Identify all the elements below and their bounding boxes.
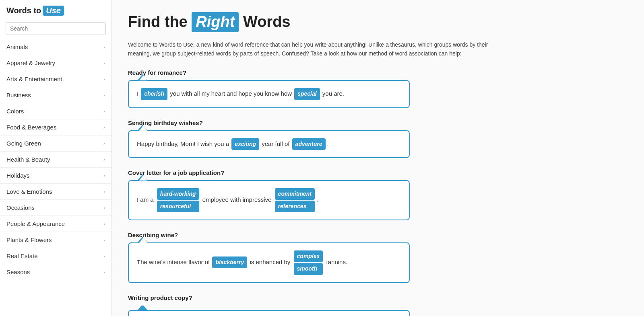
chevron-right-icon: › <box>103 205 105 211</box>
sidebar-item-label: Holidays <box>6 172 30 179</box>
sidebar-item-real-estate[interactable]: Real Estate› <box>0 248 111 264</box>
sidebar-item-love-emotions[interactable]: Love & Emotions› <box>0 184 111 200</box>
sidebar-item-animals[interactable]: Animals› <box>0 39 111 55</box>
speech-bubble: I cherish you with all my heart and hope… <box>128 80 410 108</box>
sidebar-item-label: Real Estate <box>6 252 38 259</box>
title-end: Words <box>243 13 291 30</box>
word-tag-stack: commitmentreferences <box>274 188 316 212</box>
sidebar-item-label: Seasons <box>6 269 30 275</box>
sidebar-item-colors[interactable]: Colors› <box>0 103 111 119</box>
bubble-text: I <box>137 90 140 97</box>
word-tag[interactable]: resourceful <box>157 201 199 212</box>
search-input[interactable] <box>6 22 106 35</box>
nav-menu: Animals›Apparel & Jewelry›Arts & Enterta… <box>0 39 111 280</box>
bubble-text: The wine's intense flavor of <box>137 259 211 265</box>
bubble-text: year full of <box>260 140 291 147</box>
bubble-text: . <box>326 140 328 147</box>
example-section-product-copy: Writing product copy? <box>128 294 628 316</box>
sidebar-item-label: Colors <box>6 108 24 115</box>
sidebar-item-label: Plants & Flowers <box>6 236 52 243</box>
word-tag[interactable]: exciting <box>231 138 259 150</box>
speech-bubble-wrapper: The wine's intense flavor of blackberry … <box>128 237 410 283</box>
chevron-right-icon: › <box>103 76 105 82</box>
bubble-text: I am a <box>137 196 155 203</box>
speech-bubble-wrapper: I am a hard-workingresourceful employee … <box>128 174 410 220</box>
sidebar-item-seasons[interactable]: Seasons› <box>0 264 111 280</box>
sidebar: Words to Use Animals›Apparel & Jewelry›A… <box>0 0 112 316</box>
sidebar-item-business[interactable]: Business› <box>0 87 111 103</box>
page-title: Find the Right Words <box>128 12 628 32</box>
speech-bubble: The wine's intense flavor of blackberry … <box>128 242 410 283</box>
bubble-text: you are. <box>321 90 344 97</box>
sidebar-item-apparel-jewelry[interactable]: Apparel & Jewelry› <box>0 55 111 71</box>
sidebar-item-label: Going Green <box>6 140 41 147</box>
chevron-right-icon: › <box>103 237 105 243</box>
sidebar-item-label: Food & Beverages <box>6 124 56 131</box>
word-tag[interactable]: complex <box>294 250 323 262</box>
sidebar-item-going-green[interactable]: Going Green› <box>0 135 111 152</box>
speech-bubble-wrapper: I cherish you with all my heart and hope… <box>128 74 410 108</box>
bubble-text: tannins. <box>324 259 347 265</box>
chevron-right-icon: › <box>103 172 105 179</box>
sidebar-item-label: Apparel & Jewelry <box>6 60 55 66</box>
chevron-right-icon: › <box>103 60 105 66</box>
bubble-text: you with all my heart and hope you know … <box>168 90 293 97</box>
word-tag[interactable]: hard-working <box>157 188 199 200</box>
logo-text-plain: Words to <box>6 6 41 15</box>
bubble-text: employee with impressive <box>201 196 273 203</box>
sidebar-item-food-beverages[interactable]: Food & Beverages› <box>0 119 111 135</box>
word-tag[interactable]: special <box>294 88 320 100</box>
speech-bubble-pointer <box>138 174 147 180</box>
speech-bubble: I am a hard-workingresourceful employee … <box>128 180 410 220</box>
sidebar-item-occasions[interactable]: Occasions› <box>0 200 111 216</box>
chevron-right-icon: › <box>103 253 105 259</box>
sidebar-item-label: Animals <box>6 43 28 50</box>
bubble-text: . <box>316 196 318 203</box>
chevron-right-icon: › <box>103 124 105 130</box>
word-tag[interactable]: references <box>275 201 315 212</box>
speech-bubble-wrapper: Happy birthday, Mom! I wish you a exciti… <box>128 125 410 158</box>
sidebar-item-label: Health & Beauty <box>6 156 50 163</box>
word-tag-stack: hard-workingresourceful <box>156 188 200 212</box>
speech-bubble-pointer <box>138 125 147 130</box>
example-section-cover-letter: Cover letter for a job application?I am … <box>128 169 628 220</box>
logo-badge: Use <box>43 6 64 16</box>
chevron-right-icon: › <box>103 221 105 227</box>
sidebar-item-label: Occasions <box>6 204 35 211</box>
sidebar-item-label: People & Appearance <box>6 220 65 227</box>
chevron-right-icon: › <box>103 156 105 162</box>
chevron-right-icon: › <box>103 189 105 195</box>
speech-bubble-pointer <box>138 237 147 242</box>
sidebar-item-label: Business <box>6 92 31 98</box>
chevron-right-icon: › <box>103 92 105 98</box>
example-question: Writing product copy? <box>128 294 628 301</box>
word-tag[interactable]: commitment <box>275 188 315 200</box>
chevron-right-icon: › <box>103 140 105 146</box>
sidebar-item-people-appearance[interactable]: People & Appearance› <box>0 216 111 232</box>
word-tag[interactable]: adventure <box>292 138 326 150</box>
chevron-right-icon: › <box>103 44 105 50</box>
logo-area: Words to Use <box>0 0 111 20</box>
sidebar-item-plants-flowers[interactable]: Plants & Flowers› <box>0 232 111 248</box>
chevron-right-icon: › <box>103 269 105 275</box>
bubble-text: is enhanced by <box>248 259 292 265</box>
sidebar-item-arts-entertainment[interactable]: Arts & Entertainment› <box>0 71 111 87</box>
speech-bubble: Happy birthday, Mom! I wish you a exciti… <box>128 130 410 158</box>
sidebar-item-health-beauty[interactable]: Health & Beauty› <box>0 152 111 168</box>
sidebar-item-label: Love & Emotions <box>6 188 52 195</box>
sidebar-item-label: Arts & Entertainment <box>6 76 62 82</box>
example-section-birthday: Sending birthday wishes?Happy birthday, … <box>128 119 628 158</box>
word-tag-stack: complexsmooth <box>293 250 324 275</box>
speech-bubble-wrapper <box>128 304 410 316</box>
word-tag[interactable]: cherish <box>141 88 167 100</box>
chevron-right-icon: › <box>103 108 105 114</box>
search-container <box>0 20 111 39</box>
title-start: Find the <box>128 13 188 30</box>
bubble-text: Happy birthday, Mom! I wish you a <box>137 140 231 147</box>
example-section-romance: Ready for romance?I cherish you with all… <box>128 69 628 108</box>
word-tag[interactable]: smooth <box>294 263 323 275</box>
examples-container: Ready for romance?I cherish you with all… <box>128 69 628 316</box>
sidebar-item-holidays[interactable]: Holidays› <box>0 168 111 184</box>
speech-bubble-pointer <box>138 74 147 80</box>
word-tag[interactable]: blackberry <box>212 256 247 268</box>
